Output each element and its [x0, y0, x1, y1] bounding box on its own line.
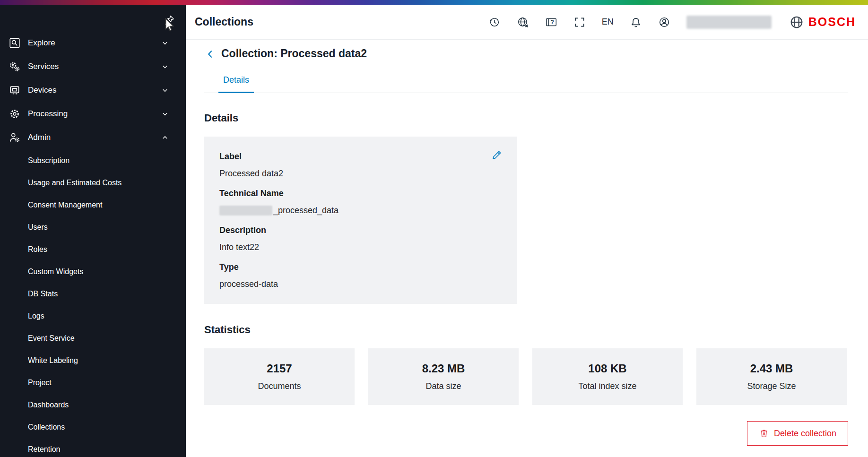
sidebar-subitem-custom-widgets[interactable]: Custom Widgets [0, 260, 186, 283]
page-section-title: Collections [195, 16, 253, 28]
chevron-up-icon [160, 133, 170, 142]
field-label: Label [219, 151, 502, 162]
devices-icon [9, 84, 21, 96]
main-content: Collection: Processed data2 Details Deta… [186, 40, 868, 457]
redacted-technical-name-prefix [219, 206, 272, 216]
sidebar-subitem-retention[interactable]: Retention [0, 438, 186, 457]
field-value: processed-data [219, 278, 502, 290]
admin-icon [9, 131, 21, 144]
svg-text:?: ? [550, 19, 554, 26]
sidebar-item-explore[interactable]: Explore [0, 31, 186, 55]
statistics-cards: 2157 Documents 8.23 MB Data size 108 KB … [204, 348, 848, 405]
stat-label: Documents [258, 381, 301, 391]
field-value: _processed_data [219, 205, 502, 216]
delete-collection-label: Delete collection [774, 429, 836, 439]
sidebar-subitem-event-service[interactable]: Event Service [0, 327, 186, 349]
sidebar-item-devices[interactable]: Devices [0, 78, 186, 102]
language-selector[interactable]: EN [602, 17, 614, 27]
app-root: Explore Services [0, 0, 868, 457]
sidebar-nav: Explore Services [0, 31, 186, 457]
tabs: Details [204, 75, 848, 93]
field-value: Processed data2 [219, 168, 502, 179]
help-icon[interactable]: ? [545, 16, 557, 28]
stat-label: Storage Size [747, 381, 796, 391]
stat-value: 8.23 MB [422, 362, 465, 375]
sidebar-item-label: Services [28, 62, 59, 71]
sidebar-item-admin[interactable]: Admin [0, 126, 186, 149]
sidebar-subitem-users[interactable]: Users [0, 216, 186, 238]
sidebar-item-label: Processing [28, 109, 68, 119]
back-chevron-icon[interactable] [204, 48, 217, 60]
field-label: Description [219, 224, 502, 236]
sidebar-item-processing[interactable]: Processing [0, 102, 186, 126]
history-icon[interactable] [488, 16, 501, 28]
stat-card-data-size: 8.23 MB Data size [368, 348, 519, 405]
bosch-supergraphic [0, 0, 868, 5]
tab-details[interactable]: Details [218, 75, 254, 93]
delete-collection-button[interactable]: Delete collection [747, 421, 848, 446]
sidebar-subitem-white-labeling[interactable]: White Labeling [0, 349, 186, 371]
chevron-down-icon [160, 86, 170, 95]
edit-pencil-icon[interactable] [491, 149, 503, 161]
header-actions: ? EN [488, 15, 856, 29]
bosch-logo: BOSCH [790, 15, 856, 29]
sidebar-item-label: Admin [28, 133, 51, 142]
statistics-heading: Statistics [204, 324, 848, 336]
actions-row: Delete collection [204, 421, 848, 446]
details-card: Label Processed data2 Technical Name _pr… [204, 137, 517, 304]
sidebar-subitem-collections[interactable]: Collections [0, 416, 186, 438]
sidebar-subitem-roles[interactable]: Roles [0, 238, 186, 260]
stat-value: 108 KB [588, 362, 626, 375]
sidebar-top [0, 5, 186, 31]
bosch-symbol-icon [790, 15, 804, 29]
stat-card-total-index-size: 108 KB Total index size [532, 348, 683, 405]
services-icon [9, 60, 21, 73]
sidebar-subitem-usage-and-estimated-costs[interactable]: Usage and Estimated Costs [0, 172, 186, 194]
sidebar-subitem-logs[interactable]: Logs [0, 305, 186, 327]
chevron-down-icon [160, 62, 170, 71]
stat-value: 2.43 MB [750, 362, 793, 375]
sidebar-subitem-db-stats[interactable]: DB Stats [0, 283, 186, 305]
stat-card-storage-size: 2.43 MB Storage Size [696, 348, 847, 405]
sidebar-item-label: Explore [28, 38, 55, 48]
sidebar-subitem-subscription[interactable]: Subscription [0, 149, 186, 172]
stat-card-documents: 2157 Documents [204, 348, 355, 405]
pin-sidebar-icon[interactable] [163, 14, 175, 26]
notifications-bell-icon[interactable] [630, 16, 642, 28]
stat-label: Data size [425, 381, 461, 391]
account-icon[interactable] [658, 16, 670, 28]
stat-label: Total index size [578, 381, 636, 391]
sidebar-item-label: Devices [28, 86, 56, 95]
explore-icon [9, 37, 21, 49]
stat-value: 2157 [267, 362, 292, 375]
redacted-username [686, 16, 772, 29]
page-title: Collection: Processed data2 [221, 47, 367, 60]
header: Collections [186, 5, 868, 40]
trash-icon [759, 428, 769, 439]
processing-icon [9, 108, 21, 120]
page-title-row: Collection: Processed data2 [204, 47, 848, 60]
fullscreen-icon[interactable] [573, 16, 586, 28]
field-label: Type [219, 261, 502, 273]
field-value: Info text22 [219, 241, 502, 253]
sidebar-subitem-project[interactable]: Project [0, 371, 186, 394]
globe-icon[interactable] [517, 16, 529, 28]
sidebar-subitem-consent-management[interactable]: Consent Management [0, 194, 186, 216]
sidebar-item-services[interactable]: Services [0, 55, 186, 78]
sidebar: Explore Services [0, 5, 186, 457]
chevron-down-icon [160, 38, 170, 48]
sidebar-subitem-dashboards[interactable]: Dashboards [0, 394, 186, 416]
chevron-down-icon [160, 109, 170, 119]
field-label: Technical Name [219, 188, 502, 199]
bosch-wordmark: BOSCH [808, 15, 856, 29]
details-heading: Details [204, 112, 848, 124]
